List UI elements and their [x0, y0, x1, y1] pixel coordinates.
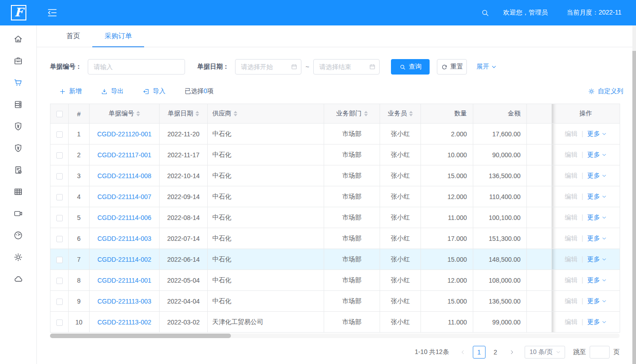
- row-checkbox[interactable]: [56, 278, 63, 284]
- sidebar-item-document-check[interactable]: [0, 159, 36, 181]
- cell-qty: 12.000: [421, 270, 473, 291]
- vertical-scrollbar[interactable]: [632, 25, 636, 364]
- sort-icon[interactable]: [136, 111, 140, 116]
- sidebar-item-cart[interactable]: [0, 72, 36, 94]
- select-all-checkbox[interactable]: [56, 111, 63, 117]
- cell-index: 9: [69, 291, 90, 312]
- chevron-down-icon: [491, 64, 497, 70]
- cell-amount: 148,500.00: [473, 249, 527, 270]
- page-button-2[interactable]: 2: [489, 346, 502, 359]
- import-button[interactable]: 导入: [143, 87, 165, 95]
- more-button[interactable]: 更多: [587, 255, 607, 264]
- more-button[interactable]: 更多: [587, 193, 607, 201]
- plus-icon: [59, 88, 66, 95]
- column-header-dept[interactable]: 业务部门: [324, 104, 380, 124]
- more-button[interactable]: 更多: [587, 151, 607, 159]
- archive-icon: [13, 100, 23, 110]
- edit-button: 编辑: [565, 130, 577, 137]
- table-row: 6CGDD-221114-0032022-07-14中石化市场部张小红17.00…: [50, 228, 620, 249]
- sidebar-item-cloud[interactable]: [0, 268, 36, 290]
- more-button[interactable]: 更多: [587, 318, 607, 326]
- row-checkbox[interactable]: [56, 215, 63, 221]
- action-cell: 编辑|更多: [552, 145, 620, 165]
- column-header-person[interactable]: 业务员: [380, 104, 421, 124]
- next-page-button[interactable]: [506, 346, 518, 359]
- row-checkbox[interactable]: [56, 152, 63, 159]
- export-button[interactable]: 导出: [101, 87, 124, 95]
- more-button[interactable]: 更多: [587, 234, 607, 243]
- table-row: 10CGDD-221113-0022022-03-02天津化工贸易公司市场部张小…: [50, 312, 620, 333]
- cell-spacer: [527, 207, 552, 228]
- chevron-down-icon: [601, 152, 607, 158]
- doc-no-link[interactable]: CGDD-221113-003: [90, 291, 160, 312]
- doc-no-link[interactable]: CGDD-221114-003: [90, 228, 160, 249]
- more-button[interactable]: 更多: [587, 172, 607, 180]
- sort-icon[interactable]: [364, 111, 368, 116]
- sort-icon[interactable]: [195, 111, 199, 116]
- page-button-1[interactable]: 1: [473, 346, 486, 359]
- jump-page-input[interactable]: [590, 346, 610, 359]
- doc-no-input[interactable]: [88, 59, 185, 75]
- search-button[interactable]: 查询: [391, 59, 430, 75]
- page-size-select[interactable]: 10 条/页: [525, 346, 565, 359]
- row-checkbox[interactable]: [56, 194, 63, 200]
- more-button[interactable]: 更多: [587, 214, 607, 222]
- welcome-text: 欢迎您，管理员: [503, 9, 548, 17]
- row-checkbox[interactable]: [56, 257, 63, 263]
- horizontal-scrollbar-thumb[interactable]: [50, 334, 231, 338]
- sidebar-item-briefcase[interactable]: [0, 50, 36, 72]
- cell-doc_date: 2022-03-02: [160, 312, 208, 333]
- more-button[interactable]: 更多: [587, 276, 607, 284]
- tab-首页[interactable]: 首页: [54, 25, 92, 47]
- chevron-down-icon: [601, 278, 607, 283]
- row-checkbox[interactable]: [56, 299, 63, 305]
- cell-supplier: 天津化工贸易公司: [208, 312, 324, 333]
- custom-columns-button[interactable]: 自定义列: [588, 87, 623, 95]
- doc-no-label: 单据编号：: [50, 63, 82, 71]
- row-checkbox[interactable]: [56, 173, 63, 180]
- sidebar-item-settings[interactable]: [0, 246, 36, 268]
- doc-no-link[interactable]: CGDD-221114-006: [90, 207, 160, 228]
- cell-doc_date: 2022-08-14: [160, 207, 208, 228]
- cell-index: 5: [69, 207, 90, 228]
- row-checkbox[interactable]: [56, 236, 63, 242]
- cell-spacer: [527, 270, 552, 291]
- more-button[interactable]: 更多: [587, 130, 607, 138]
- column-header-doc_no[interactable]: 单据编号: [90, 104, 160, 124]
- expand-button[interactable]: 展开: [476, 63, 497, 71]
- sidebar-item-video-camera[interactable]: [0, 203, 36, 224]
- add-button[interactable]: 新增: [59, 87, 82, 95]
- cell-index: 4: [69, 186, 90, 207]
- menu-fold-icon[interactable]: [46, 7, 58, 19]
- sort-icon[interactable]: [234, 111, 237, 116]
- doc-no-link[interactable]: CGDD-221114-002: [90, 249, 160, 270]
- sidebar-item-home[interactable]: [0, 28, 36, 50]
- doc-no-link[interactable]: CGDD-221114-001: [90, 270, 160, 291]
- more-button[interactable]: 更多: [587, 297, 607, 305]
- doc-no-link[interactable]: CGDD-221117-001: [90, 145, 160, 165]
- row-checkbox[interactable]: [56, 131, 63, 138]
- doc-no-link[interactable]: CGDD-221114-008: [90, 165, 160, 186]
- purchase-order-table: #单据编号单据日期供应商业务部门业务员数量金额操作1CGDD-221120-00…: [50, 104, 620, 333]
- reset-button[interactable]: 重置: [437, 59, 467, 75]
- horizontal-scrollbar[interactable]: [50, 334, 620, 338]
- search-icon[interactable]: [481, 8, 490, 17]
- doc-no-link[interactable]: CGDD-221113-002: [90, 312, 160, 333]
- row-checkbox[interactable]: [56, 319, 63, 326]
- sidebar-item-archive[interactable]: [0, 94, 36, 115]
- date-separator: ~: [305, 63, 309, 70]
- sidebar-item-dashboard[interactable]: [0, 224, 36, 246]
- table-row: 3CGDD-221114-0082022-10-14中石化市场部张小红15.00…: [50, 165, 620, 186]
- action-cell: 编辑|更多: [552, 207, 620, 228]
- sidebar-item-shield-yuan[interactable]: [0, 115, 36, 137]
- sort-icon[interactable]: [409, 111, 413, 116]
- sidebar-item-grid[interactable]: [0, 181, 36, 203]
- doc-no-link[interactable]: CGDD-221120-001: [90, 124, 160, 145]
- cell-qty: 12.000: [421, 186, 473, 207]
- column-header-doc_date[interactable]: 单据日期: [160, 104, 208, 124]
- vertical-scrollbar-thumb[interactable]: [632, 51, 636, 364]
- column-header-supplier[interactable]: 供应商: [208, 104, 324, 124]
- doc-no-link[interactable]: CGDD-221114-007: [90, 186, 160, 207]
- tab-采购订单[interactable]: 采购订单: [92, 25, 144, 47]
- sidebar-item-badge-yuan[interactable]: [0, 137, 36, 159]
